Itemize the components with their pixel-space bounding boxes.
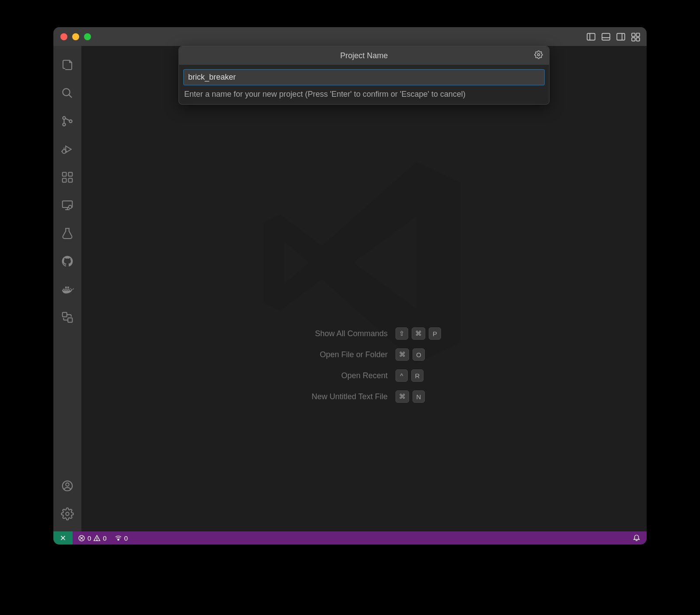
key-cmd: ⌘ xyxy=(396,348,409,361)
svg-rect-2 xyxy=(602,33,610,40)
project-manager-icon[interactable] xyxy=(53,303,81,331)
github-icon[interactable] xyxy=(53,247,81,275)
svg-point-40 xyxy=(118,539,119,540)
svg-point-32 xyxy=(66,483,69,486)
command-label: Open Recent xyxy=(287,371,388,380)
remote-explorer-icon[interactable] xyxy=(53,191,81,219)
command-label: Show All Commands xyxy=(287,329,388,338)
svg-point-39 xyxy=(97,540,97,540)
project-name-input[interactable] xyxy=(183,69,545,85)
svg-line-11 xyxy=(69,95,72,98)
command-label: New Untitled Text File xyxy=(287,392,388,401)
toggle-panel-icon[interactable] xyxy=(601,32,611,42)
svg-rect-30 xyxy=(68,318,72,322)
close-window-button[interactable] xyxy=(60,33,67,40)
remote-indicator[interactable] xyxy=(53,531,73,545)
explorer-icon[interactable] xyxy=(53,51,81,79)
quick-input-body: Enter a name for your new project (Press… xyxy=(179,65,549,104)
keybinding: ⇧ ⌘ P xyxy=(396,327,441,340)
key-cmd: ⌘ xyxy=(412,327,425,340)
status-left: 0 0 0 xyxy=(78,534,128,542)
search-icon[interactable] xyxy=(53,79,81,107)
ports-status-item[interactable]: 0 xyxy=(115,534,128,542)
maximize-window-button[interactable] xyxy=(84,33,91,40)
svg-point-34 xyxy=(538,53,540,56)
svg-rect-0 xyxy=(587,33,595,40)
vscode-window: Show All Commands ⇧ ⌘ P Open File or Fol… xyxy=(53,27,647,545)
minimize-window-button[interactable] xyxy=(72,33,79,40)
notifications-bell[interactable] xyxy=(633,534,640,543)
keybinding: ⌘ O xyxy=(396,348,425,361)
run-and-debug-icon[interactable] xyxy=(53,135,81,163)
toggle-primary-sidebar-icon[interactable] xyxy=(586,32,596,42)
quick-input-title-text: Project Name xyxy=(340,51,388,60)
layout-controls xyxy=(586,32,640,42)
new-file-row: New Untitled Text File ⌘ N xyxy=(287,390,441,403)
svg-rect-22 xyxy=(69,179,73,183)
errors-count: 0 xyxy=(88,534,91,542)
svg-rect-8 xyxy=(632,38,635,41)
quick-input-title: Project Name xyxy=(179,46,549,65)
key-ctrl: ^ xyxy=(396,369,408,382)
command-label: Open File or Folder xyxy=(287,350,388,359)
extensions-icon[interactable] xyxy=(53,163,81,191)
problems-status-item[interactable]: 0 0 xyxy=(78,534,107,542)
key-cmd: ⌘ xyxy=(396,390,409,403)
svg-rect-21 xyxy=(63,179,66,183)
settings-gear-icon[interactable] xyxy=(53,500,81,528)
accounts-icon[interactable] xyxy=(53,472,81,500)
testing-icon[interactable] xyxy=(53,219,81,247)
svg-rect-9 xyxy=(636,38,640,41)
traffic-lights xyxy=(60,33,91,40)
svg-rect-29 xyxy=(63,313,67,317)
key-p: P xyxy=(429,327,441,340)
source-control-icon[interactable] xyxy=(53,107,81,135)
show-all-commands-row: Show All Commands ⇧ ⌘ P xyxy=(287,327,441,340)
quick-input-widget: Project Name Enter a name for your new p… xyxy=(178,46,550,105)
docker-icon[interactable] xyxy=(53,275,81,303)
svg-point-33 xyxy=(66,512,69,516)
keybinding: ^ R xyxy=(396,369,424,382)
svg-rect-4 xyxy=(617,33,625,40)
svg-point-10 xyxy=(63,88,70,95)
editor-area: Show All Commands ⇧ ⌘ P Open File or Fol… xyxy=(81,46,647,531)
status-bar: 0 0 0 xyxy=(53,531,647,545)
key-o: O xyxy=(413,348,425,361)
keybinding: ⌘ N xyxy=(396,390,425,403)
svg-point-13 xyxy=(63,123,65,126)
titlebar xyxy=(53,27,647,46)
svg-rect-7 xyxy=(636,33,640,36)
svg-point-12 xyxy=(63,116,65,119)
customize-layout-icon[interactable] xyxy=(631,32,640,42)
svg-rect-23 xyxy=(69,172,73,176)
activity-bar xyxy=(53,46,81,531)
key-shift: ⇧ xyxy=(396,327,408,340)
svg-rect-20 xyxy=(63,172,66,176)
open-recent-row: Open Recent ^ R xyxy=(287,369,441,382)
window-body: Show All Commands ⇧ ⌘ P Open File or Fol… xyxy=(53,46,647,531)
svg-rect-6 xyxy=(632,33,635,36)
svg-point-27 xyxy=(69,205,72,209)
activity-bar-bottom xyxy=(53,472,81,528)
quick-input-hint: Enter a name for your new project (Press… xyxy=(183,90,545,99)
open-file-row: Open File or Folder ⌘ O xyxy=(287,348,441,361)
welcome-shortcuts: Show All Commands ⇧ ⌘ P Open File or Fol… xyxy=(287,327,441,403)
toggle-secondary-sidebar-icon[interactable] xyxy=(616,32,626,42)
key-n: N xyxy=(413,390,425,403)
quick-input-gear-icon[interactable] xyxy=(534,50,543,61)
ports-count: 0 xyxy=(124,534,128,542)
svg-point-14 xyxy=(69,120,72,123)
key-r: R xyxy=(411,369,424,382)
warnings-count: 0 xyxy=(103,534,106,542)
